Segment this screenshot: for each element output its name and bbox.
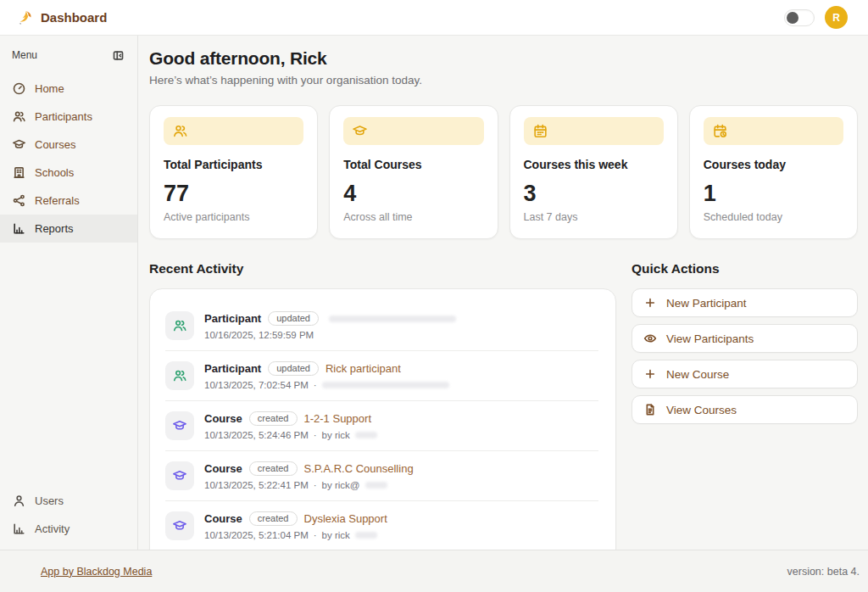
user-avatar[interactable]: R bbox=[825, 6, 848, 29]
page-subtitle: Here’s what’s happening with your organi… bbox=[149, 74, 858, 87]
sidebar-item-home[interactable]: Home bbox=[0, 75, 137, 103]
sidebar-item-activity[interactable]: Activity bbox=[0, 515, 137, 543]
quick-action-view-courses[interactable]: View Courses bbox=[632, 395, 858, 424]
bar-chart-icon bbox=[12, 522, 26, 536]
sidebar-nav: HomeParticipantsCoursesSchoolsReferralsR… bbox=[0, 75, 137, 243]
activity-entity: Course bbox=[204, 462, 242, 475]
activity-line-1: CoursecreatedS.P.A.R.C Counselling bbox=[204, 461, 414, 476]
eye-icon bbox=[643, 332, 657, 345]
recent-activity-heading: Recent Activity bbox=[149, 261, 616, 276]
quick-action-view-participants[interactable]: View Participants bbox=[632, 324, 858, 353]
activity-entity: Course bbox=[204, 512, 242, 525]
main-content: Good afternoon, Rick Here’s what’s happe… bbox=[138, 36, 868, 550]
quick-action-label: New Course bbox=[666, 368, 729, 381]
quick-actions-heading: Quick Actions bbox=[632, 261, 858, 276]
sidebar-item-reports[interactable]: Reports bbox=[0, 215, 137, 243]
bar-chart-icon bbox=[12, 221, 26, 236]
activity-item-body: CoursecreatedS.P.A.R.C Counselling10/13/… bbox=[204, 461, 414, 490]
stat-title: Total Courses bbox=[343, 158, 483, 171]
app-window: Dashboard R Menu HomeParticipantsCourses… bbox=[0, 0, 868, 592]
activity-line-2: 10/13/2025, 5:21:04 PM·by rick bbox=[204, 530, 387, 540]
activity-link[interactable]: Rick participant bbox=[326, 362, 401, 375]
stat-caption: Active participants bbox=[164, 211, 303, 223]
meta-separator: · bbox=[314, 430, 317, 440]
activity-badge: created bbox=[249, 511, 298, 526]
quick-action-new-course[interactable]: New Course bbox=[632, 360, 858, 388]
activity-timestamp: 10/13/2025, 5:22:41 PM bbox=[204, 480, 309, 490]
participants-icon bbox=[172, 368, 187, 383]
school-building-icon bbox=[12, 165, 26, 180]
sidebar-item-label: Home bbox=[35, 82, 64, 95]
theme-toggle[interactable] bbox=[784, 9, 815, 26]
activity-item: ParticipantupdatedRick participant10/13/… bbox=[165, 351, 598, 401]
activity-link[interactable]: Dyslexia Support bbox=[304, 512, 387, 525]
activity-item: Coursecreated1-2-1 Support10/13/2025, 5:… bbox=[165, 401, 598, 451]
redacted-text bbox=[365, 482, 387, 489]
activity-line-2: 10/13/2025, 5:24:46 PM·by rick bbox=[204, 430, 377, 440]
participants-icon bbox=[172, 318, 187, 333]
graduation-cap-icon bbox=[172, 518, 187, 533]
stat-card: Courses this week3Last 7 days bbox=[509, 105, 678, 239]
participants-icon bbox=[12, 109, 26, 124]
activity-line-1: Participantupdated bbox=[204, 311, 456, 326]
sidebar-nav-bottom: UsersActivity bbox=[0, 487, 137, 543]
quick-action-label: View Participants bbox=[666, 332, 754, 345]
sidebar: Menu HomeParticipantsCoursesSchoolsRefer… bbox=[0, 36, 138, 550]
sidebar-item-label: Courses bbox=[35, 138, 75, 151]
stat-card-icon-banner bbox=[704, 117, 843, 145]
activity-timestamp: 10/13/2025, 5:24:46 PM bbox=[204, 430, 309, 440]
participants-icon bbox=[172, 123, 188, 139]
activity-item-body: ParticipantupdatedRick participant10/13/… bbox=[204, 361, 449, 390]
app-credit-link[interactable]: App by Blackdog Media bbox=[41, 566, 152, 578]
sidebar-item-users[interactable]: Users bbox=[0, 487, 137, 515]
quick-action-label: View Courses bbox=[666, 404, 737, 416]
sidebar-item-label: Participants bbox=[35, 110, 92, 123]
stat-card: Courses today1Scheduled today bbox=[689, 105, 858, 239]
sidebar-item-participants[interactable]: Participants bbox=[0, 103, 137, 131]
activity-line-1: Coursecreated1-2-1 Support bbox=[204, 411, 377, 426]
stat-value: 3 bbox=[524, 182, 664, 205]
collapse-sidebar-icon[interactable] bbox=[110, 47, 125, 63]
activity-byline: by rick bbox=[322, 430, 350, 440]
activity-entity: Participant bbox=[204, 312, 261, 325]
activity-timestamp: 10/16/2025, 12:59:59 PM bbox=[204, 330, 314, 340]
stat-value: 1 bbox=[704, 182, 843, 205]
activity-line-1: CoursecreatedDyslexia Support bbox=[204, 511, 387, 526]
activity-byline: by rick@ bbox=[322, 480, 360, 490]
quick-action-new-participant[interactable]: New Participant bbox=[632, 288, 858, 317]
stat-card-icon-banner bbox=[164, 117, 303, 145]
activity-badge: created bbox=[249, 411, 298, 426]
meta-separator: · bbox=[314, 530, 317, 540]
activity-item-body: Coursecreated1-2-1 Support10/13/2025, 5:… bbox=[204, 411, 377, 440]
calendar-clock-icon bbox=[712, 123, 728, 139]
activity-timestamp: 10/13/2025, 7:02:54 PM bbox=[204, 380, 309, 390]
stat-card-icon-banner bbox=[343, 117, 483, 145]
stat-value: 77 bbox=[164, 182, 303, 205]
activity-link[interactable]: S.P.A.R.C Counselling bbox=[304, 462, 414, 475]
activity-item-body: Participantupdated10/16/2025, 12:59:59 P… bbox=[204, 311, 456, 340]
stat-card-icon-banner bbox=[524, 117, 664, 145]
stat-caption: Last 7 days bbox=[524, 211, 664, 223]
participants-icon bbox=[165, 311, 194, 340]
plus-icon bbox=[643, 367, 657, 381]
sidebar-item-referrals[interactable]: Referrals bbox=[0, 187, 137, 215]
quick-action-label: New Participant bbox=[666, 297, 747, 310]
sidebar-item-courses[interactable]: Courses bbox=[0, 131, 137, 159]
page-footer: App by Blackdog Media version: beta 4. bbox=[0, 550, 868, 592]
activity-line-2: 10/13/2025, 7:02:54 PM· bbox=[204, 380, 449, 390]
activity-link[interactable]: 1-2-1 Support bbox=[304, 412, 372, 425]
activity-badge: created bbox=[249, 461, 298, 476]
meta-separator: · bbox=[314, 480, 317, 490]
activity-item: CoursecreatedS.P.A.R.C Counselling10/13/… bbox=[165, 451, 598, 501]
app-title: Dashboard bbox=[41, 10, 107, 25]
plus-icon bbox=[643, 296, 657, 310]
sidebar-item-label: Referrals bbox=[35, 194, 80, 207]
activity-list: Participantupdated10/16/2025, 12:59:59 P… bbox=[165, 301, 598, 550]
activity-line-2: 10/16/2025, 12:59:59 PM bbox=[204, 330, 456, 340]
sidebar-item-schools[interactable]: Schools bbox=[0, 159, 137, 187]
app-logo-bird-icon bbox=[17, 9, 34, 26]
stats-row: Total Participants77Active participantsT… bbox=[149, 105, 858, 239]
page-greeting: Good afternoon, Rick bbox=[149, 48, 858, 69]
activity-item: CoursecreatedDyslexia Support10/13/2025,… bbox=[165, 501, 598, 550]
sidebar-item-label: Users bbox=[35, 494, 64, 507]
